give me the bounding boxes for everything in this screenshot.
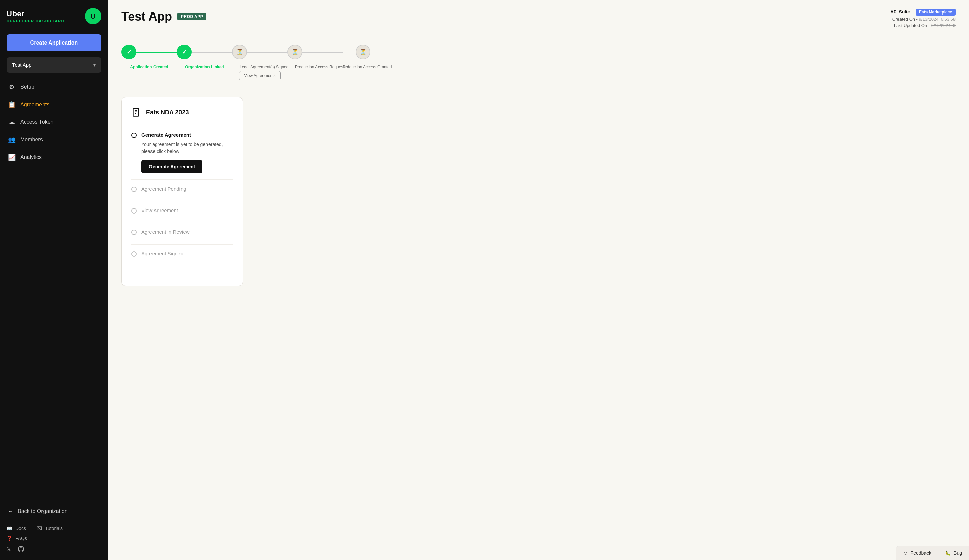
view-agreements-button[interactable]: View Agreements	[239, 71, 280, 80]
step-label-prod-granted: Production Access Granted	[343, 65, 383, 70]
create-application-button[interactable]: Create Application	[7, 35, 101, 51]
view-step-content: View Agreement	[142, 208, 178, 216]
created-on-row: Created On - 9/13/2024, 6:53:58	[891, 17, 956, 22]
signed-step-name: Agreement Signed	[142, 251, 183, 256]
generate-step-content: Generate Agreement Your agreement is yet…	[142, 132, 233, 173]
sidebar-item-setup[interactable]: ⚙ Setup	[4, 79, 104, 95]
step-dot-signed	[131, 251, 137, 257]
step-dot-view	[131, 208, 137, 214]
agreement-step-review: Agreement in Review	[131, 223, 233, 244]
step-circle-app-created: ✓	[122, 45, 136, 59]
cloud-icon: ☁	[8, 118, 15, 126]
sidebar-item-members-label: Members	[20, 136, 43, 143]
agreement-step-generate: Generate Agreement Your agreement is yet…	[131, 126, 233, 180]
sidebar-item-members[interactable]: 👥 Members	[4, 131, 104, 148]
step-label-org-linked: Organization Linked	[185, 65, 224, 70]
created-label: Created On -	[892, 17, 918, 22]
app-selector[interactable]: Test App ▾	[7, 57, 101, 73]
footer-links: 📖 Docs ⌧ Tutorials	[7, 525, 101, 531]
review-step-name: Agreement in Review	[142, 229, 190, 235]
back-to-org[interactable]: ← Back to Organization	[0, 503, 108, 520]
feedback-label: Feedback	[911, 550, 931, 556]
sidebar-item-analytics-label: Analytics	[20, 154, 42, 160]
step-org-linked: ✓ Organization Linked	[177, 45, 232, 70]
bug-icon: 🐛	[945, 550, 951, 556]
review-step-content: Agreement in Review	[142, 229, 190, 238]
sidebar-nav: ⚙ Setup 📋 Agreements ☁ Access Token 👥 Me…	[0, 79, 108, 500]
app-title-row: Test App PROD APP	[122, 10, 206, 23]
github-icon[interactable]	[18, 546, 24, 553]
generate-agreement-button[interactable]: Generate Agreement	[142, 160, 202, 173]
content-area: Eats NDA 2023 Generate Agreement Your ag…	[108, 87, 969, 560]
feedback-face-icon: ☺	[903, 550, 907, 556]
step-prod-granted: ⏳ Production Access Granted	[343, 45, 383, 70]
docs-link[interactable]: 📖 Docs	[7, 525, 26, 531]
sidebar-item-access-token-label: Access Token	[20, 119, 53, 125]
agreement-title: Eats NDA 2023	[146, 109, 188, 116]
created-value: 9/13/2024, 6:53:58	[919, 17, 956, 22]
main-header: Test App PROD APP API Suite - Eats Marke…	[108, 0, 969, 37]
sidebar-item-agreements-label: Agreements	[20, 101, 49, 108]
step-line-2	[191, 52, 232, 53]
api-suite-badge[interactable]: Eats Marketplace	[916, 9, 956, 15]
sidebar-item-access-token[interactable]: ☁ Access Token	[4, 114, 104, 131]
step-app-created: ✓ Application Created	[122, 45, 177, 70]
step-dot-pending	[131, 186, 137, 192]
step-label-legal-signed: Legal Agreement(s) Signed	[240, 65, 280, 70]
sidebar-item-setup-label: Setup	[20, 84, 34, 90]
progress-section: ✓ Application Created ✓ Organization Lin…	[108, 37, 969, 87]
analytics-icon: 📈	[8, 153, 15, 161]
sidebar-footer: 📖 Docs ⌧ Tutorials ❓ FAQs 𝕏	[0, 520, 108, 560]
feedback-button[interactable]: ☺ Feedback	[896, 546, 938, 560]
chevron-down-icon: ▾	[93, 62, 96, 68]
step-line-4	[302, 52, 343, 53]
book-icon: 📖	[7, 525, 12, 531]
current-app-label: Test App	[12, 62, 32, 68]
updated-value: 9/19/2024, 0	[931, 23, 956, 28]
page-footer: ☺ Feedback 🐛 Bug	[896, 546, 969, 560]
question-icon: ❓	[7, 536, 12, 541]
back-to-org-label: Back to Organization	[18, 508, 68, 515]
tutorials-icon: ⌧	[37, 525, 42, 531]
step-circle-legal-signed: ⏳	[232, 45, 247, 59]
agreement-step-view: View Agreement	[131, 201, 233, 223]
document-icon: 📋	[8, 101, 15, 108]
bug-label: Bug	[954, 550, 962, 556]
bug-button[interactable]: 🐛 Bug	[938, 546, 969, 560]
faqs-label: FAQs	[15, 536, 27, 541]
docs-label: Docs	[15, 525, 26, 531]
generate-step-name: Generate Agreement	[142, 132, 233, 138]
agreement-step-signed: Agreement Signed	[131, 244, 233, 266]
back-arrow-icon: ←	[8, 508, 13, 515]
view-step-name: View Agreement	[142, 208, 178, 213]
prod-app-badge: PROD APP	[178, 13, 206, 20]
gear-icon: ⚙	[8, 83, 15, 91]
footer-links-2: ❓ FAQs	[7, 536, 101, 541]
avatar[interactable]: U	[85, 8, 101, 24]
step-circle-prod-requested: ⏳	[288, 45, 302, 59]
sidebar-top: Uber DEVELOPER DASHBOARD U	[0, 0, 108, 31]
step-dot-review	[131, 230, 137, 235]
sidebar-item-agreements[interactable]: 📋 Agreements	[4, 96, 104, 113]
agreement-card-header: Eats NDA 2023	[131, 107, 233, 118]
tutorials-label: Tutorials	[45, 525, 63, 531]
brand: Uber DEVELOPER DASHBOARD	[7, 10, 65, 23]
app-title: Test App	[122, 10, 172, 23]
signed-step-content: Agreement Signed	[142, 251, 183, 260]
updated-label: Last Updated On -	[894, 23, 930, 28]
step-prod-requested: ⏳ Production Access Requested	[288, 45, 343, 70]
members-icon: 👥	[8, 136, 15, 143]
brand-sub: DEVELOPER DASHBOARD	[7, 19, 65, 23]
header-meta: API Suite - Eats Marketplace Created On …	[891, 10, 956, 29]
sidebar-item-analytics[interactable]: 📈 Analytics	[4, 149, 104, 166]
step-label-app-created: Application Created	[130, 65, 168, 70]
step-line-1	[136, 52, 177, 53]
faqs-link[interactable]: ❓ FAQs	[7, 536, 27, 541]
api-suite-row: API Suite - Eats Marketplace	[891, 10, 956, 15]
api-suite-label: API Suite -	[891, 10, 912, 15]
footer-socials: 𝕏	[7, 546, 101, 553]
pending-step-content: Agreement Pending	[142, 186, 186, 195]
tutorials-link[interactable]: ⌧ Tutorials	[37, 525, 63, 531]
twitter-icon[interactable]: 𝕏	[7, 546, 11, 553]
step-circle-prod-granted: ⏳	[356, 45, 370, 59]
